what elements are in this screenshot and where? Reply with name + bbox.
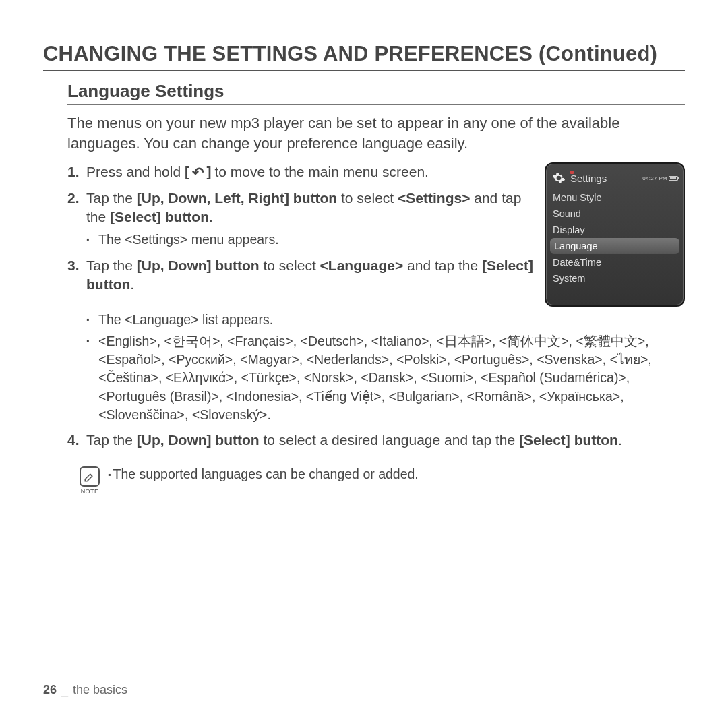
battery-icon <box>669 176 678 181</box>
step-1: Press and hold [ ↶ ] to move to the main… <box>67 162 534 181</box>
section-title: Language Settings <box>67 81 685 105</box>
step-3: Tap the [Up, Down] button to select <Lan… <box>67 256 534 295</box>
device-menu-item-selected: Language <box>550 238 679 254</box>
step-1-pre: Press and hold <box>86 164 185 179</box>
step-4: Tap the [Up, Down] button to select a de… <box>67 431 685 450</box>
device-time: 04:27 PM <box>642 175 667 181</box>
step-3-sub-2-languages: <English>, <한국어>, <Français>, <Deutsch>,… <box>86 332 685 424</box>
note-block: NOTE The supported languages can be chan… <box>78 466 685 495</box>
back-arrow-icon: ↶ <box>192 163 204 182</box>
step-2-sub-1: The <Settings> menu appears. <box>86 231 534 249</box>
step-1-post: to move to the main menu screen. <box>211 164 429 179</box>
intro-text: The menus on your new mp3 player can be … <box>67 113 685 153</box>
note-text: The supported languages can be changed o… <box>108 466 419 482</box>
step-2: Tap the [Up, Down, Left, Right] button t… <box>67 189 534 249</box>
note-label: NOTE <box>81 488 99 495</box>
footer-section: the basics <box>73 683 127 696</box>
note-pencil-icon <box>80 466 100 487</box>
page-number: 26 <box>43 683 57 696</box>
device-menu-item: Display <box>546 222 684 238</box>
back-key: [ ↶ ] <box>185 162 211 181</box>
page-title: CHANGING THE SETTINGS AND PREFERENCES (C… <box>43 42 685 71</box>
step-3-sub-1: The <Language> list appears. <box>86 311 685 329</box>
device-screenshot: Settings 04:27 PM Menu Style Sound Displ… <box>545 162 685 307</box>
device-header-title: Settings <box>570 173 607 184</box>
record-indicator-icon <box>570 171 574 174</box>
device-menu-item: Menu Style <box>546 189 684 206</box>
device-menu-item: Date&Time <box>546 254 684 270</box>
device-menu: Menu Style Sound Display Language Date&T… <box>546 189 684 286</box>
device-menu-item: Sound <box>546 206 684 222</box>
gear-icon <box>551 171 566 185</box>
device-menu-item: System <box>546 270 684 286</box>
page-footer: 26 _ the basics <box>43 683 127 697</box>
